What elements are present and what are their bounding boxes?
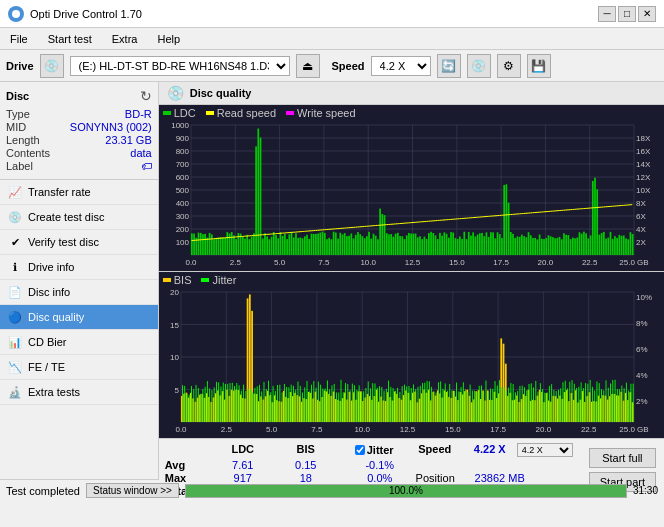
disc-quality-icon: 🔵 [8, 310, 22, 324]
disc-info-icon: 📄 [8, 285, 22, 299]
jitter-legend-label: Jitter [212, 274, 236, 286]
speed-select-stats[interactable]: 4.2 X [517, 443, 573, 457]
disc-quality-header: 💿 Disc quality [159, 82, 664, 105]
speed-label: Speed [332, 60, 365, 72]
main-layout: Disc ↻ Type BD-R MID SONYNN3 (002) Lengt… [0, 82, 664, 479]
drive-bar: Drive 💿 (E:) HL-DT-ST BD-RE WH16NS48 1.D… [0, 50, 664, 82]
drive-label: Drive [6, 60, 34, 72]
drive-info-icon: ℹ [8, 260, 22, 274]
fe-te-icon: 📉 [8, 360, 22, 374]
avg-label: Avg [165, 459, 209, 471]
bis-header: BIS [277, 443, 335, 457]
disc-refresh-button[interactable]: ↻ [140, 88, 152, 104]
app-title: Opti Drive Control 1.70 [30, 8, 142, 20]
position-value: 23862 MB [455, 472, 525, 484]
sidebar-item-drive-info[interactable]: ℹ Drive info [0, 255, 158, 280]
speed-val-header: 4.22 X [465, 443, 515, 457]
avg-ldc: 7.61 [209, 459, 277, 471]
disc-length-label: Length [6, 134, 40, 146]
disc-mid-value: SONYNN3 (002) [70, 121, 152, 133]
position-label: Position [405, 472, 455, 484]
svg-point-0 [12, 10, 20, 18]
max-bis: 18 [277, 472, 335, 484]
speed-select[interactable]: 4.2 X [371, 56, 431, 76]
settings-icon-button[interactable]: ⚙ [497, 54, 521, 78]
disc-info-label: Disc info [28, 286, 70, 298]
menu-extra[interactable]: Extra [106, 31, 144, 47]
write-speed-legend-color [286, 111, 294, 115]
content-area: 💿 Disc quality LDC Read speed [159, 82, 664, 479]
disc-icon-button[interactable]: 💿 [467, 54, 491, 78]
cd-bier-label: CD Bier [28, 336, 67, 348]
sidebar-item-extra-tests[interactable]: 🔬 Extra tests [0, 380, 158, 405]
disc-label-label: Label [6, 160, 33, 172]
menu-file[interactable]: File [4, 31, 34, 47]
sidebar-item-create-test-disc[interactable]: 💿 Create test disc [0, 205, 158, 230]
progress-bar: 100.0% [185, 484, 627, 498]
upper-chart: LDC Read speed Write speed [159, 105, 664, 272]
jitter-legend-color [201, 278, 209, 282]
write-speed-legend: Write speed [286, 107, 356, 119]
eject-button[interactable]: ⏏ [296, 54, 320, 78]
charts-container: LDC Read speed Write speed [159, 105, 664, 438]
lower-chart: BIS Jitter [159, 272, 664, 438]
transfer-rate-label: Transfer rate [28, 186, 91, 198]
close-button[interactable]: ✕ [638, 6, 656, 22]
bis-legend: BIS [163, 274, 192, 286]
sidebar-item-transfer-rate[interactable]: 📈 Transfer rate [0, 180, 158, 205]
disc-length-value: 23.31 GB [105, 134, 151, 146]
fe-te-label: FE / TE [28, 361, 65, 373]
drive-icon: 💿 [40, 54, 64, 78]
status-time: 31:30 [633, 485, 658, 496]
disc-label-icon: 🏷 [141, 160, 152, 172]
write-speed-legend-label: Write speed [297, 107, 356, 119]
ldc-header: LDC [209, 443, 277, 457]
extra-tests-label: Extra tests [28, 386, 80, 398]
disc-type-value: BD-R [125, 108, 152, 120]
jitter-checkbox[interactable] [355, 445, 365, 455]
minimize-button[interactable]: ─ [598, 6, 616, 22]
disc-type-label: Type [6, 108, 30, 120]
sidebar-item-cd-bier[interactable]: 📊 CD Bier [0, 330, 158, 355]
drive-info-label: Drive info [28, 261, 74, 273]
read-speed-legend: Read speed [206, 107, 276, 119]
sidebar-item-verify-test-disc[interactable]: ✔ Verify test disc [0, 230, 158, 255]
status-message: Test completed [6, 485, 80, 497]
refresh-drive-button[interactable]: 🔄 [437, 54, 461, 78]
menu-bar: File Start test Extra Help [0, 28, 664, 50]
menu-start-test[interactable]: Start test [42, 31, 98, 47]
speed-header: Speed [405, 443, 465, 457]
read-speed-legend-label: Read speed [217, 107, 276, 119]
status-window-button[interactable]: Status window >> [86, 483, 179, 498]
extra-tests-icon: 🔬 [8, 385, 22, 399]
jitter-header: Jitter [367, 444, 394, 456]
disc-contents-value: data [130, 147, 151, 159]
verify-test-disc-label: Verify test disc [28, 236, 99, 248]
cd-bier-icon: 📊 [8, 335, 22, 349]
avg-bis: 0.15 [277, 459, 335, 471]
upper-chart-canvas [159, 121, 664, 271]
sidebar-item-disc-info[interactable]: 📄 Disc info [0, 280, 158, 305]
sidebar-item-disc-quality[interactable]: 🔵 Disc quality [0, 305, 158, 330]
disc-contents-label: Contents [6, 147, 50, 159]
ldc-legend: LDC [163, 107, 196, 119]
disc-quality-header-icon: 💿 [167, 85, 184, 101]
progress-text: 100.0% [186, 485, 626, 497]
disc-panel-title: Disc [6, 90, 29, 102]
drive-select[interactable]: (E:) HL-DT-ST BD-RE WH16NS48 1.D3 [70, 56, 290, 76]
maximize-button[interactable]: □ [618, 6, 636, 22]
max-jitter: 0.0% [355, 472, 405, 484]
disc-mid-label: MID [6, 121, 26, 133]
avg-jitter: -0.1% [355, 459, 405, 471]
sidebar: Disc ↻ Type BD-R MID SONYNN3 (002) Lengt… [0, 82, 159, 479]
sidebar-nav: 📈 Transfer rate 💿 Create test disc ✔ Ver… [0, 180, 158, 479]
disc-info-panel: Disc ↻ Type BD-R MID SONYNN3 (002) Lengt… [0, 82, 158, 180]
disc-quality-title: Disc quality [190, 87, 252, 99]
sidebar-item-fe-te[interactable]: 📉 FE / TE [0, 355, 158, 380]
save-icon-button[interactable]: 💾 [527, 54, 551, 78]
start-full-button[interactable]: Start full [589, 448, 656, 468]
verify-test-disc-icon: ✔ [8, 235, 22, 249]
create-test-disc-icon: 💿 [8, 210, 22, 224]
app-icon [8, 6, 24, 22]
menu-help[interactable]: Help [151, 31, 186, 47]
